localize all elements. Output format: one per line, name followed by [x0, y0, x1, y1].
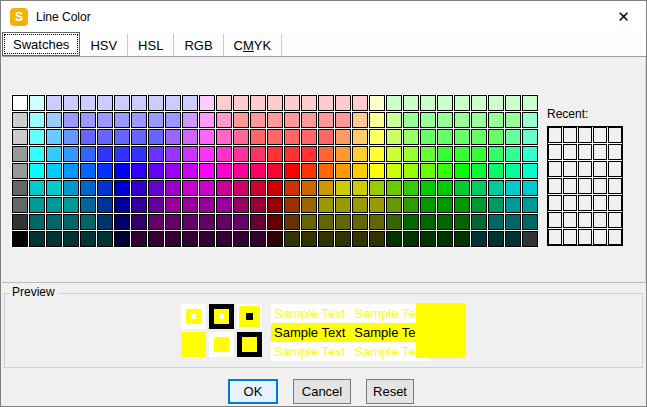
swatch-cell[interactable]: [335, 112, 351, 128]
swatch-cell[interactable]: [284, 163, 300, 179]
swatch-cell[interactable]: [216, 163, 232, 179]
swatch-cell[interactable]: [522, 180, 538, 196]
swatch-cell[interactable]: [437, 180, 453, 196]
swatch-cell[interactable]: [29, 214, 45, 230]
tab-rgb[interactable]: RGB: [174, 34, 223, 56]
swatch-cell[interactable]: [216, 231, 232, 247]
swatch-cell[interactable]: [46, 146, 62, 162]
tab-hsv[interactable]: HSV: [80, 34, 128, 56]
swatch-cell[interactable]: [454, 95, 470, 111]
recent-swatch-cell[interactable]: [563, 195, 577, 211]
swatch-cell[interactable]: [454, 129, 470, 145]
swatch-cell[interactable]: [488, 163, 504, 179]
swatch-cell[interactable]: [403, 112, 419, 128]
recent-swatch-cell[interactable]: [563, 127, 577, 143]
swatch-cell[interactable]: [284, 214, 300, 230]
swatch-cell[interactable]: [471, 214, 487, 230]
swatch-cell[interactable]: [522, 197, 538, 213]
swatch-cell[interactable]: [301, 180, 317, 196]
swatch-cell[interactable]: [46, 197, 62, 213]
swatch-cell[interactable]: [284, 197, 300, 213]
swatch-cell[interactable]: [233, 214, 249, 230]
swatch-cell[interactable]: [165, 214, 181, 230]
swatch-cell[interactable]: [505, 112, 521, 128]
swatch-cell[interactable]: [148, 129, 164, 145]
recent-swatch-cell[interactable]: [608, 178, 622, 194]
swatch-cell[interactable]: [471, 129, 487, 145]
swatch-cell[interactable]: [471, 95, 487, 111]
swatch-cell[interactable]: [216, 146, 232, 162]
swatch-cell[interactable]: [386, 180, 402, 196]
swatch-cell[interactable]: [301, 214, 317, 230]
swatch-cell[interactable]: [148, 112, 164, 128]
swatch-cell[interactable]: [46, 129, 62, 145]
swatch-cell[interactable]: [437, 214, 453, 230]
swatch-cell[interactable]: [131, 146, 147, 162]
swatch-cell[interactable]: [454, 163, 470, 179]
recent-swatch-cell[interactable]: [578, 212, 592, 228]
swatch-cell[interactable]: [301, 163, 317, 179]
swatch-cell[interactable]: [522, 112, 538, 128]
swatch-cell[interactable]: [216, 197, 232, 213]
recent-swatch-cell[interactable]: [608, 195, 622, 211]
swatch-cell[interactable]: [403, 231, 419, 247]
swatch-cell[interactable]: [216, 95, 232, 111]
tab-hsl[interactable]: HSL: [128, 34, 174, 56]
swatch-cell[interactable]: [301, 129, 317, 145]
swatch-cell[interactable]: [369, 146, 385, 162]
swatch-cell[interactable]: [250, 197, 266, 213]
swatch-cell[interactable]: [46, 163, 62, 179]
swatch-cell[interactable]: [12, 146, 28, 162]
swatch-cell[interactable]: [97, 95, 113, 111]
swatch-cell[interactable]: [454, 231, 470, 247]
swatch-cell[interactable]: [488, 95, 504, 111]
recent-swatch-cell[interactable]: [578, 195, 592, 211]
swatch-cell[interactable]: [318, 95, 334, 111]
swatch-cell[interactable]: [233, 146, 249, 162]
swatch-cell[interactable]: [199, 231, 215, 247]
swatch-cell[interactable]: [318, 129, 334, 145]
swatch-cell[interactable]: [182, 95, 198, 111]
recent-swatch-cell[interactable]: [593, 178, 607, 194]
swatch-cell[interactable]: [403, 146, 419, 162]
swatch-cell[interactable]: [114, 129, 130, 145]
recent-swatch-cell[interactable]: [593, 144, 607, 160]
swatch-cell[interactable]: [437, 129, 453, 145]
swatch-cell[interactable]: [46, 180, 62, 196]
recent-swatch-cell[interactable]: [548, 195, 562, 211]
swatch-cell[interactable]: [284, 180, 300, 196]
swatch-cell[interactable]: [505, 95, 521, 111]
swatch-cell[interactable]: [488, 180, 504, 196]
swatch-cell[interactable]: [386, 197, 402, 213]
recent-swatch-cell[interactable]: [578, 178, 592, 194]
swatch-cell[interactable]: [267, 180, 283, 196]
swatch-cell[interactable]: [437, 197, 453, 213]
swatch-cell[interactable]: [403, 180, 419, 196]
swatch-cell[interactable]: [97, 180, 113, 196]
swatch-cell[interactable]: [63, 146, 79, 162]
swatch-cell[interactable]: [420, 231, 436, 247]
swatch-cell[interactable]: [420, 163, 436, 179]
swatch-cell[interactable]: [199, 146, 215, 162]
swatch-cell[interactable]: [182, 231, 198, 247]
swatch-cell[interactable]: [250, 214, 266, 230]
swatch-cell[interactable]: [12, 95, 28, 111]
swatch-cell[interactable]: [233, 180, 249, 196]
swatch-cell[interactable]: [318, 112, 334, 128]
swatch-cell[interactable]: [335, 197, 351, 213]
swatch-cell[interactable]: [80, 112, 96, 128]
title-bar[interactable]: S Line Color ✕: [1, 1, 646, 32]
swatch-cell[interactable]: [471, 180, 487, 196]
swatch-cell[interactable]: [369, 95, 385, 111]
swatch-cell[interactable]: [29, 95, 45, 111]
swatch-cell[interactable]: [318, 163, 334, 179]
recent-swatch-cell[interactable]: [593, 229, 607, 245]
swatch-cell[interactable]: [488, 214, 504, 230]
swatch-cell[interactable]: [488, 129, 504, 145]
swatch-cell[interactable]: [352, 197, 368, 213]
swatch-cell[interactable]: [318, 180, 334, 196]
swatch-cell[interactable]: [352, 163, 368, 179]
swatch-cell[interactable]: [114, 112, 130, 128]
swatch-cell[interactable]: [97, 197, 113, 213]
swatch-cell[interactable]: [182, 180, 198, 196]
